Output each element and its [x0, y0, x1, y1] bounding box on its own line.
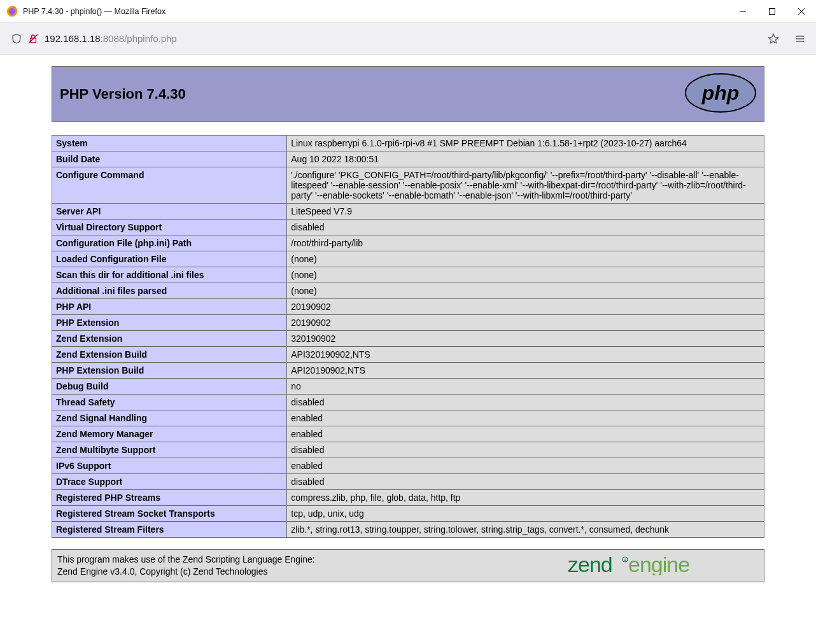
- info-value: 20190902: [287, 299, 764, 315]
- info-value: API20190902,NTS: [287, 363, 764, 379]
- url-text: 192.168.1.18:8088/phpinfo.php: [45, 33, 177, 44]
- address-bar[interactable]: 192.168.1.18:8088/phpinfo.php: [5, 28, 785, 50]
- info-label: Registered Stream Socket Transports: [52, 506, 287, 522]
- table-row: Thread Safetydisabled: [52, 395, 764, 410]
- table-row: Server APILiteSpeed V7.9: [52, 204, 764, 220]
- table-row: Debug Buildno: [52, 379, 764, 395]
- table-row: Virtual Directory Supportdisabled: [52, 220, 764, 235]
- footer-line1: This program makes use of the Zend Scrip…: [57, 554, 315, 564]
- close-button[interactable]: [787, 0, 816, 23]
- window-titlebar: PHP 7.4.30 - phpinfo() — Mozilla Firefox: [0, 0, 816, 23]
- table-row: Configuration File (php.ini) Path/root/t…: [52, 235, 764, 251]
- info-label: Configuration File (php.ini) Path: [52, 235, 287, 251]
- table-row: Registered Stream Filterszlib.*, string.…: [52, 522, 764, 538]
- zend-logo: zendengineR: [568, 554, 759, 577]
- info-value: enabled: [287, 410, 764, 426]
- browser-toolbar: 192.168.1.18:8088/phpinfo.php: [0, 23, 816, 55]
- php-info-table: SystemLinux raspberrypi 6.1.0-rpi6-rpi-v…: [52, 135, 764, 538]
- info-label: PHP Extension: [52, 315, 287, 331]
- info-value: disabled: [287, 395, 764, 410]
- svg-point-1: [9, 8, 16, 15]
- table-row: Configure Command'./configure' 'PKG_CONF…: [52, 167, 764, 204]
- info-value: LiteSpeed V7.9: [287, 204, 764, 220]
- info-label: PHP Extension Build: [52, 363, 287, 379]
- svg-text:engine: engine: [628, 554, 689, 575]
- page-content[interactable]: PHP Version 7.4.30 php SystemLinux raspb…: [0, 55, 816, 644]
- info-value: disabled: [287, 442, 764, 458]
- table-row: PHP Extension BuildAPI20190902,NTS: [52, 363, 764, 379]
- minimize-button[interactable]: [728, 0, 757, 23]
- info-label: Virtual Directory Support: [52, 220, 287, 235]
- footer-line2: Zend Engine v3.4.0, Copyright (c) Zend T…: [57, 566, 268, 577]
- info-label: Server API: [52, 204, 287, 220]
- info-value: (none): [287, 251, 764, 267]
- table-row: Zend Signal Handlingenabled: [52, 410, 764, 426]
- svg-rect-3: [770, 8, 775, 14]
- lock-insecure-icon: [28, 34, 38, 44]
- info-value: disabled: [287, 474, 764, 490]
- svg-text:R: R: [624, 558, 627, 562]
- info-label: Zend Multibyte Support: [52, 442, 287, 458]
- info-label: Registered PHP Streams: [52, 490, 287, 506]
- svg-text:zend: zend: [568, 554, 612, 575]
- window-controls: [728, 0, 816, 23]
- table-row: DTrace Supportdisabled: [52, 474, 764, 490]
- info-value: tcp, udp, unix, udg: [287, 506, 764, 522]
- table-row: Zend Extension BuildAPI320190902,NTS: [52, 347, 764, 363]
- info-value: disabled: [287, 220, 764, 235]
- table-row: Zend Multibyte Supportdisabled: [52, 442, 764, 458]
- info-label: PHP API: [52, 299, 287, 315]
- info-label: DTrace Support: [52, 474, 287, 490]
- table-row: Registered PHP Streamscompress.zlib, php…: [52, 490, 764, 506]
- info-value: no: [287, 379, 764, 395]
- table-row: Registered Stream Socket Transportstcp, …: [52, 506, 764, 522]
- info-value: enabled: [287, 426, 764, 442]
- info-label: IPv6 Support: [52, 458, 287, 474]
- info-value: API320190902,NTS: [287, 347, 764, 363]
- php-logo: php: [685, 73, 756, 115]
- info-value: 20190902: [287, 315, 764, 331]
- info-value: compress.zlib, php, file, glob, data, ht…: [287, 490, 764, 506]
- table-row: Zend Extension320190902: [52, 331, 764, 347]
- app-menu-button[interactable]: [789, 28, 811, 50]
- url-path: :8088/phpinfo.php: [101, 33, 177, 44]
- info-label: Configure Command: [52, 167, 287, 204]
- info-label: System: [52, 136, 287, 151]
- info-label: Loaded Configuration File: [52, 251, 287, 267]
- info-label: Zend Signal Handling: [52, 410, 287, 426]
- php-header: PHP Version 7.4.30 php: [52, 66, 764, 122]
- info-label: Debug Build: [52, 379, 287, 395]
- info-value: (none): [287, 267, 764, 283]
- info-label: Zend Memory Manager: [52, 426, 287, 442]
- table-row: Zend Memory Managerenabled: [52, 426, 764, 442]
- info-label: Thread Safety: [52, 395, 287, 410]
- info-value: 320190902: [287, 331, 764, 347]
- info-value: './configure' 'PKG_CONFIG_PATH=/root/thi…: [287, 167, 764, 204]
- info-value: Aug 10 2022 18:00:51: [287, 151, 764, 167]
- info-value: /root/third-party/lib: [287, 235, 764, 251]
- table-row: Build DateAug 10 2022 18:00:51: [52, 151, 764, 167]
- maximize-button[interactable]: [757, 0, 787, 23]
- table-row: PHP API20190902: [52, 299, 764, 315]
- zend-footer: This program makes use of the Zend Scrip…: [52, 549, 764, 582]
- info-label: Scan this dir for additional .ini files: [52, 267, 287, 283]
- info-label: Zend Extension Build: [52, 347, 287, 363]
- info-label: Build Date: [52, 151, 287, 167]
- table-row: Scan this dir for additional .ini files(…: [52, 267, 764, 283]
- info-value: Linux raspberrypi 6.1.0-rpi6-rpi-v8 #1 S…: [287, 136, 764, 151]
- info-label: Additional .ini files parsed: [52, 283, 287, 299]
- bookmark-star-icon[interactable]: [768, 33, 779, 45]
- firefox-icon: [6, 6, 18, 17]
- info-label: Zend Extension: [52, 331, 287, 347]
- svg-text:php: php: [701, 81, 740, 104]
- info-value: (none): [287, 283, 764, 299]
- url-host: 192.168.1.18: [45, 33, 101, 44]
- table-row: SystemLinux raspberrypi 6.1.0-rpi6-rpi-v…: [52, 136, 764, 151]
- table-row: Additional .ini files parsed(none): [52, 283, 764, 299]
- table-row: Loaded Configuration File(none): [52, 251, 764, 267]
- table-row: PHP Extension20190902: [52, 315, 764, 331]
- shield-icon: [11, 34, 22, 44]
- info-value: enabled: [287, 458, 764, 474]
- info-value: zlib.*, string.rot13, string.toupper, st…: [287, 522, 764, 538]
- window-title: PHP 7.4.30 - phpinfo() — Mozilla Firefox: [23, 7, 728, 16]
